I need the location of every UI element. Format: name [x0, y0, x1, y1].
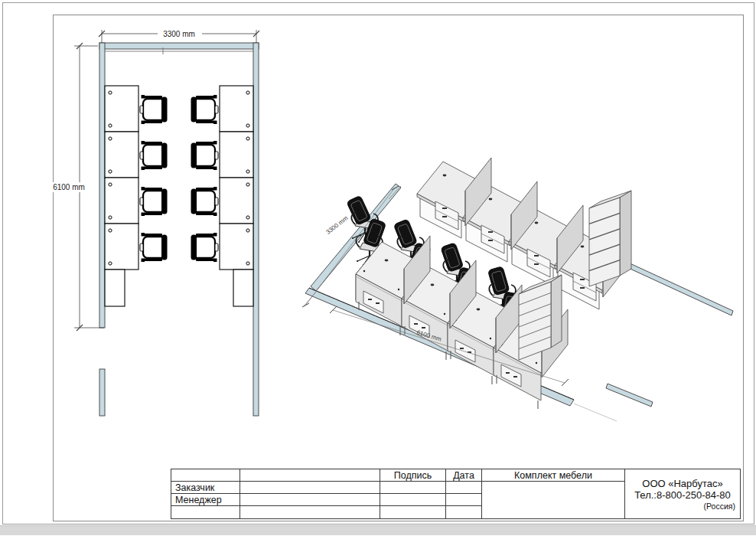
- drawing-canvas: 3300 mm 6100 mm: [0, 0, 756, 536]
- iso-view-3d: 3300 mm 6100 mm: [302, 158, 733, 421]
- page-bottom-band: [0, 525, 756, 535]
- wall-left: [99, 43, 105, 328]
- tb-company-cell: ООО «Нарбутас» Тел.:8-800-250-84-80 (Рос…: [625, 469, 740, 518]
- grommet-2d: [246, 91, 249, 94]
- chair-2d: [140, 233, 168, 262]
- tb-field-signature-3[interactable]: [380, 506, 446, 518]
- tb-label-manager: Менеджер: [171, 494, 240, 506]
- tb-field-date-2[interactable]: [446, 494, 482, 506]
- drawer-handle: [488, 231, 493, 233]
- drawer-handle: [580, 279, 585, 280]
- cabinet-2d: [105, 270, 125, 306]
- iso-dim-width-label: 3300 mm: [325, 214, 350, 236]
- drawer-handle: [376, 302, 380, 304]
- floor-plan-2d: 3300 mm 6100 mm: [47, 29, 259, 416]
- screw-dot: [398, 289, 399, 290]
- drawer-handle: [488, 240, 493, 241]
- tb-cell-empty: [171, 506, 240, 518]
- title-block: Подпись Дата Комплект мебели ООО «Нарбут…: [171, 469, 741, 519]
- screw-dot: [536, 362, 537, 364]
- tb-field-manager[interactable]: [240, 494, 380, 506]
- grommet-2d: [109, 262, 112, 265]
- floor-edge-line: [574, 404, 617, 421]
- wall-3d-door-stub: [606, 384, 653, 407]
- wall-right: [253, 43, 259, 416]
- grommet-2d: [246, 216, 249, 219]
- chair-2d: [191, 233, 219, 262]
- plan-dim-length-label: 6100 mm: [53, 183, 85, 191]
- chair-2d: [191, 187, 219, 216]
- drawer-handle: [534, 263, 539, 265]
- screw-dot: [444, 313, 445, 315]
- chair-2d: [191, 141, 219, 170]
- grommet-2d: [246, 183, 249, 186]
- grommet-2d: [109, 124, 112, 127]
- drawer-handle: [460, 348, 464, 349]
- tb-field-customer[interactable]: [240, 482, 380, 494]
- grommet-3d: [443, 175, 447, 177]
- tb-label-customer: Заказчик: [171, 482, 240, 494]
- chair-back: [487, 266, 510, 296]
- cabinet-2d: [233, 270, 253, 306]
- tb-header-date: Дата: [446, 469, 482, 482]
- caster: [358, 241, 360, 243]
- grommet-3d: [535, 222, 539, 224]
- grommet-2d: [246, 137, 249, 140]
- caster: [357, 260, 358, 262]
- company-phone: Тел.:8-800-250-84-80: [634, 489, 731, 501]
- chair-2d: [140, 187, 168, 216]
- grommet-2d: [109, 170, 112, 173]
- chair-2d: [191, 95, 219, 124]
- tb-header-set: Комплект мебели: [482, 469, 625, 482]
- screw-dot: [490, 338, 491, 339]
- bookshelf-side: [620, 191, 631, 276]
- screw-dot: [363, 270, 365, 272]
- wall-top: [99, 43, 259, 49]
- tb-field-extra[interactable]: [240, 506, 380, 518]
- chair-2d: [140, 141, 168, 170]
- grommet-2d: [109, 216, 112, 219]
- company-name: ООО «Нарбутас»: [642, 478, 722, 489]
- drawer-handle: [513, 376, 517, 377]
- grommet-2d: [246, 170, 249, 173]
- grommet-3d: [477, 309, 481, 311]
- tb-field-signature-1[interactable]: [380, 482, 446, 494]
- drawer-handle: [580, 287, 585, 289]
- drawing-page: 3300 mm 6100 mm: [0, 0, 756, 536]
- bookshelf-front: [589, 198, 620, 286]
- cabinet-side: [551, 275, 562, 348]
- tb-field-date-1[interactable]: [446, 482, 482, 494]
- tb-cell-empty: [171, 469, 240, 482]
- chair-back: [393, 219, 417, 249]
- drawer-handle: [422, 327, 425, 328]
- grommet-2d: [246, 229, 249, 232]
- grommet-2d: [109, 137, 112, 140]
- grommet-3d: [581, 246, 585, 248]
- wall-door-stub: [99, 369, 105, 416]
- grommet-2d: [246, 124, 249, 127]
- drawer-handle: [442, 208, 447, 209]
- grommet-3d: [489, 198, 493, 201]
- tb-field-signature-2[interactable]: [380, 494, 446, 506]
- chair-2d: [140, 95, 168, 124]
- grommet-3d: [385, 260, 389, 262]
- grommet-3d: [431, 284, 435, 286]
- tb-field-date-3[interactable]: [446, 506, 482, 518]
- tb-cell-empty: [240, 469, 380, 482]
- caster: [352, 237, 354, 239]
- grommet-2d: [109, 91, 112, 94]
- drawer-handle: [414, 323, 418, 325]
- plan-dim-width-label: 3300 mm: [163, 30, 195, 38]
- tb-set-body[interactable]: [482, 482, 625, 518]
- drawer-handle: [534, 255, 539, 257]
- grommet-2d: [109, 229, 112, 232]
- plan-2d-furniture: [105, 86, 253, 306]
- drawer-handle: [368, 299, 372, 300]
- tb-header-signature: Подпись: [380, 469, 446, 482]
- drawer-handle: [442, 216, 447, 217]
- grommet-2d: [109, 183, 112, 186]
- drawer-handle: [506, 372, 510, 374]
- company-country: (Россия): [704, 502, 735, 511]
- chair-back: [347, 195, 371, 225]
- grommet-2d: [246, 262, 249, 265]
